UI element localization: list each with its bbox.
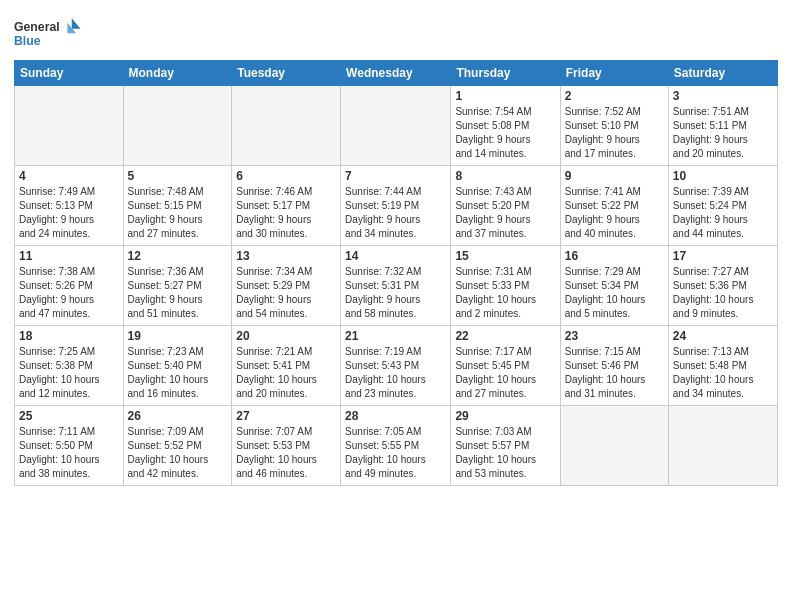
cell-info-8: Sunrise: 7:43 AM Sunset: 5:20 PM Dayligh…	[455, 185, 555, 241]
cell-1: 1Sunrise: 7:54 AM Sunset: 5:08 PM Daylig…	[451, 86, 560, 166]
date-number-8: 8	[455, 169, 555, 183]
svg-text:General: General	[14, 20, 60, 34]
day-header-tuesday: Tuesday	[232, 61, 341, 86]
day-header-sunday: Sunday	[15, 61, 124, 86]
date-number-14: 14	[345, 249, 446, 263]
cell-25: 25Sunrise: 7:11 AM Sunset: 5:50 PM Dayli…	[15, 406, 124, 486]
cell-7: 7Sunrise: 7:44 AM Sunset: 5:19 PM Daylig…	[341, 166, 451, 246]
calendar-page: General Blue SundayMondayTuesdayWednesda…	[0, 0, 792, 496]
date-number-10: 10	[673, 169, 773, 183]
calendar-table: SundayMondayTuesdayWednesdayThursdayFrid…	[14, 60, 778, 486]
date-number-6: 6	[236, 169, 336, 183]
date-number-25: 25	[19, 409, 119, 423]
cell-empty-w0-3	[341, 86, 451, 166]
day-header-wednesday: Wednesday	[341, 61, 451, 86]
cell-4: 4Sunrise: 7:49 AM Sunset: 5:13 PM Daylig…	[15, 166, 124, 246]
cell-info-10: Sunrise: 7:39 AM Sunset: 5:24 PM Dayligh…	[673, 185, 773, 241]
cell-info-16: Sunrise: 7:29 AM Sunset: 5:34 PM Dayligh…	[565, 265, 664, 321]
cell-empty-w4-6	[668, 406, 777, 486]
cell-info-12: Sunrise: 7:36 AM Sunset: 5:27 PM Dayligh…	[128, 265, 228, 321]
date-number-4: 4	[19, 169, 119, 183]
cell-empty-w0-1	[123, 86, 232, 166]
cell-22: 22Sunrise: 7:17 AM Sunset: 5:45 PM Dayli…	[451, 326, 560, 406]
cell-info-2: Sunrise: 7:52 AM Sunset: 5:10 PM Dayligh…	[565, 105, 664, 161]
cell-9: 9Sunrise: 7:41 AM Sunset: 5:22 PM Daylig…	[560, 166, 668, 246]
date-number-28: 28	[345, 409, 446, 423]
date-number-19: 19	[128, 329, 228, 343]
cell-29: 29Sunrise: 7:03 AM Sunset: 5:57 PM Dayli…	[451, 406, 560, 486]
cell-27: 27Sunrise: 7:07 AM Sunset: 5:53 PM Dayli…	[232, 406, 341, 486]
cell-empty-w0-0	[15, 86, 124, 166]
cell-14: 14Sunrise: 7:32 AM Sunset: 5:31 PM Dayli…	[341, 246, 451, 326]
cell-info-6: Sunrise: 7:46 AM Sunset: 5:17 PM Dayligh…	[236, 185, 336, 241]
cell-8: 8Sunrise: 7:43 AM Sunset: 5:20 PM Daylig…	[451, 166, 560, 246]
week-row-3: 11Sunrise: 7:38 AM Sunset: 5:26 PM Dayli…	[15, 246, 778, 326]
cell-20: 20Sunrise: 7:21 AM Sunset: 5:41 PM Dayli…	[232, 326, 341, 406]
cell-info-23: Sunrise: 7:15 AM Sunset: 5:46 PM Dayligh…	[565, 345, 664, 401]
cell-info-7: Sunrise: 7:44 AM Sunset: 5:19 PM Dayligh…	[345, 185, 446, 241]
cell-info-21: Sunrise: 7:19 AM Sunset: 5:43 PM Dayligh…	[345, 345, 446, 401]
date-number-21: 21	[345, 329, 446, 343]
cell-2: 2Sunrise: 7:52 AM Sunset: 5:10 PM Daylig…	[560, 86, 668, 166]
cell-info-9: Sunrise: 7:41 AM Sunset: 5:22 PM Dayligh…	[565, 185, 664, 241]
cell-info-20: Sunrise: 7:21 AM Sunset: 5:41 PM Dayligh…	[236, 345, 336, 401]
cell-12: 12Sunrise: 7:36 AM Sunset: 5:27 PM Dayli…	[123, 246, 232, 326]
date-number-20: 20	[236, 329, 336, 343]
cell-info-28: Sunrise: 7:05 AM Sunset: 5:55 PM Dayligh…	[345, 425, 446, 481]
cell-info-14: Sunrise: 7:32 AM Sunset: 5:31 PM Dayligh…	[345, 265, 446, 321]
cell-info-29: Sunrise: 7:03 AM Sunset: 5:57 PM Dayligh…	[455, 425, 555, 481]
logo: General Blue	[14, 14, 84, 54]
cell-17: 17Sunrise: 7:27 AM Sunset: 5:36 PM Dayli…	[668, 246, 777, 326]
cell-info-15: Sunrise: 7:31 AM Sunset: 5:33 PM Dayligh…	[455, 265, 555, 321]
cell-info-24: Sunrise: 7:13 AM Sunset: 5:48 PM Dayligh…	[673, 345, 773, 401]
day-header-monday: Monday	[123, 61, 232, 86]
cell-28: 28Sunrise: 7:05 AM Sunset: 5:55 PM Dayli…	[341, 406, 451, 486]
week-row-1: 1Sunrise: 7:54 AM Sunset: 5:08 PM Daylig…	[15, 86, 778, 166]
date-number-5: 5	[128, 169, 228, 183]
date-number-22: 22	[455, 329, 555, 343]
date-number-7: 7	[345, 169, 446, 183]
svg-text:Blue: Blue	[14, 34, 41, 48]
cell-info-13: Sunrise: 7:34 AM Sunset: 5:29 PM Dayligh…	[236, 265, 336, 321]
date-number-12: 12	[128, 249, 228, 263]
cell-10: 10Sunrise: 7:39 AM Sunset: 5:24 PM Dayli…	[668, 166, 777, 246]
cell-11: 11Sunrise: 7:38 AM Sunset: 5:26 PM Dayli…	[15, 246, 124, 326]
week-row-2: 4Sunrise: 7:49 AM Sunset: 5:13 PM Daylig…	[15, 166, 778, 246]
day-header-row: SundayMondayTuesdayWednesdayThursdayFrid…	[15, 61, 778, 86]
cell-24: 24Sunrise: 7:13 AM Sunset: 5:48 PM Dayli…	[668, 326, 777, 406]
cell-info-19: Sunrise: 7:23 AM Sunset: 5:40 PM Dayligh…	[128, 345, 228, 401]
date-number-1: 1	[455, 89, 555, 103]
svg-marker-2	[72, 18, 81, 29]
date-number-16: 16	[565, 249, 664, 263]
date-number-13: 13	[236, 249, 336, 263]
week-row-4: 18Sunrise: 7:25 AM Sunset: 5:38 PM Dayli…	[15, 326, 778, 406]
date-number-26: 26	[128, 409, 228, 423]
cell-13: 13Sunrise: 7:34 AM Sunset: 5:29 PM Dayli…	[232, 246, 341, 326]
day-header-saturday: Saturday	[668, 61, 777, 86]
cell-19: 19Sunrise: 7:23 AM Sunset: 5:40 PM Dayli…	[123, 326, 232, 406]
cell-info-11: Sunrise: 7:38 AM Sunset: 5:26 PM Dayligh…	[19, 265, 119, 321]
cell-info-26: Sunrise: 7:09 AM Sunset: 5:52 PM Dayligh…	[128, 425, 228, 481]
date-number-3: 3	[673, 89, 773, 103]
cell-info-25: Sunrise: 7:11 AM Sunset: 5:50 PM Dayligh…	[19, 425, 119, 481]
cell-empty-w4-5	[560, 406, 668, 486]
date-number-9: 9	[565, 169, 664, 183]
cell-empty-w0-2	[232, 86, 341, 166]
cell-5: 5Sunrise: 7:48 AM Sunset: 5:15 PM Daylig…	[123, 166, 232, 246]
cell-info-5: Sunrise: 7:48 AM Sunset: 5:15 PM Dayligh…	[128, 185, 228, 241]
cell-info-17: Sunrise: 7:27 AM Sunset: 5:36 PM Dayligh…	[673, 265, 773, 321]
cell-18: 18Sunrise: 7:25 AM Sunset: 5:38 PM Dayli…	[15, 326, 124, 406]
cell-info-27: Sunrise: 7:07 AM Sunset: 5:53 PM Dayligh…	[236, 425, 336, 481]
cell-info-22: Sunrise: 7:17 AM Sunset: 5:45 PM Dayligh…	[455, 345, 555, 401]
cell-info-1: Sunrise: 7:54 AM Sunset: 5:08 PM Dayligh…	[455, 105, 555, 161]
day-header-friday: Friday	[560, 61, 668, 86]
week-row-5: 25Sunrise: 7:11 AM Sunset: 5:50 PM Dayli…	[15, 406, 778, 486]
header: General Blue	[14, 10, 778, 54]
cell-3: 3Sunrise: 7:51 AM Sunset: 5:11 PM Daylig…	[668, 86, 777, 166]
cell-info-3: Sunrise: 7:51 AM Sunset: 5:11 PM Dayligh…	[673, 105, 773, 161]
cell-23: 23Sunrise: 7:15 AM Sunset: 5:46 PM Dayli…	[560, 326, 668, 406]
cell-info-18: Sunrise: 7:25 AM Sunset: 5:38 PM Dayligh…	[19, 345, 119, 401]
cell-26: 26Sunrise: 7:09 AM Sunset: 5:52 PM Dayli…	[123, 406, 232, 486]
cell-16: 16Sunrise: 7:29 AM Sunset: 5:34 PM Dayli…	[560, 246, 668, 326]
date-number-29: 29	[455, 409, 555, 423]
